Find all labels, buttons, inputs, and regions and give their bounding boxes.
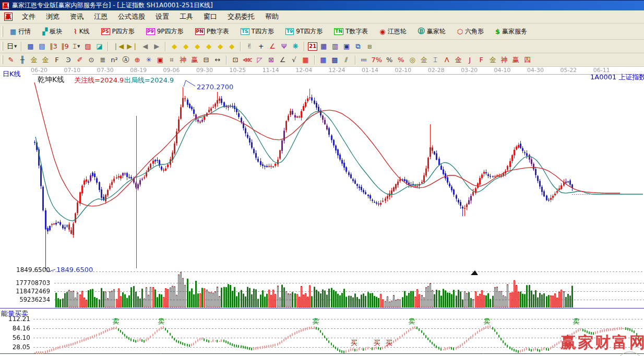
angle-measure-button[interactable]: ∠ (267, 41, 278, 52)
grid-red-button[interactable]: ▦ (301, 55, 311, 65)
menu-江恩[interactable]: 江恩 (89, 10, 113, 23)
width-arrows-button[interactable]: ↔ (212, 55, 223, 65)
self-info-icon[interactable]: ▤ (37, 41, 47, 52)
menu-帮助[interactable]: 帮助 (260, 10, 284, 23)
four-angle-button[interactable]: 四 (522, 55, 532, 65)
draw-pen-button[interactable]: ✎ (6, 55, 16, 65)
toolbar-grip (2, 55, 3, 65)
time-circle-button[interactable]: ⊙ (86, 55, 97, 65)
spiral-button[interactable]: Ͽ (63, 55, 74, 65)
wave-check-button[interactable]: √ (289, 55, 300, 65)
kline-button-label: K线 (79, 27, 90, 36)
diamond-compress-button[interactable]: ◆ (204, 41, 214, 52)
color-volume-icon[interactable]: ◪ (94, 41, 104, 52)
menu-设置[interactable]: 设置 (150, 10, 174, 23)
grid-lines-button[interactable]: ≣ (98, 55, 108, 65)
win-tool-button[interactable]: 赢 (189, 55, 200, 65)
period-day-button[interactable]: 日▼ (6, 41, 18, 52)
diag-lines-button[interactable]: ⫽ (341, 55, 352, 65)
draw-pen2-button[interactable]: ✐ (75, 55, 85, 65)
menu-交易委托[interactable]: 交易委托 (222, 10, 260, 23)
menu-工具[interactable]: 工具 (174, 10, 198, 23)
quote-button[interactable]: ▦行情 (6, 25, 35, 38)
ruler-button[interactable]: ⊟ (201, 55, 211, 65)
star-blue-button[interactable]: ✳ (144, 55, 154, 65)
winner-service-button[interactable]: $赢家服务 (491, 25, 531, 38)
diamond-shrink-x-button[interactable]: ◆ (169, 41, 180, 52)
sector-button[interactable]: ▞板块 (38, 25, 66, 38)
n-square-button[interactable]: n² (109, 55, 120, 65)
box-select-button[interactable]: ⊡ (230, 55, 241, 65)
link-button[interactable]: ⧉ (353, 41, 363, 52)
fibo-f-button[interactable]: F (52, 55, 62, 65)
diamond-star-button[interactable]: ◆ (215, 41, 225, 52)
nine-bars-icon[interactable]: ∥9 (59, 41, 70, 52)
angle-lines-button[interactable]: ∠ (278, 55, 288, 65)
target-button[interactable]: ⊕ (132, 55, 142, 65)
calendar-button[interactable]: 21 (308, 42, 317, 51)
angle-a-button[interactable]: Ⓐ (121, 55, 131, 65)
p-table-button[interactable]: PNP数字表 (191, 25, 233, 38)
box-cross-button[interactable]: ⊠ (266, 55, 277, 65)
menu-资讯[interactable]: 资讯 (65, 10, 89, 23)
gold-circle-button[interactable]: ◎ (407, 55, 418, 65)
boxed-star-button[interactable]: ▣ (155, 55, 165, 65)
shen-tool-button[interactable]: 神 (178, 55, 188, 65)
calculator-button[interactable]: ▦ (318, 41, 329, 52)
candle-style-button-dropdown-icon[interactable]: ▼ (77, 44, 80, 49)
period-day-button-dropdown-icon[interactable]: ▼ (14, 44, 17, 49)
j-angle-button[interactable]: J (464, 55, 475, 65)
first-page-button[interactable]: ❘◀ (112, 41, 125, 52)
menu-公式选股[interactable]: 公式选股 (113, 10, 150, 23)
cycle-tool-button[interactable]: ❋ (290, 41, 301, 52)
candle-style-button[interactable]: ⌶▼ (71, 41, 81, 52)
f-angle-button[interactable]: F (476, 55, 486, 65)
winner-wheel-button[interactable]: Ⓑ赢家轮 (414, 25, 450, 38)
t-table-button[interactable]: TNT数字表 (330, 25, 372, 38)
hexagon-button[interactable]: ⬡六角形 (453, 25, 488, 38)
gold-angle-button[interactable]: 金 (487, 55, 498, 65)
gann-wheel-button[interactable]: ◉江恩轮 (375, 25, 410, 38)
wave-a-button[interactable]: Λ (442, 55, 452, 65)
diamond-grid-button[interactable]: ◆ (226, 41, 237, 52)
p-square-button[interactable]: PSP四方形 (97, 25, 139, 38)
prev-button[interactable]: ◀ (140, 41, 150, 52)
9t-square-button[interactable]: T99T四方形 (281, 25, 327, 38)
9p-square-button[interactable]: P99P四方形 (142, 25, 188, 38)
fan-red-button[interactable]: ⋘ (242, 55, 254, 65)
menu-浏览[interactable]: 浏览 (41, 10, 65, 23)
gann-grid-button[interactable]: ⌗ (166, 55, 177, 65)
gold-line-button[interactable]: 金 (419, 55, 429, 65)
kline-button[interactable]: ⌇K线 (69, 25, 93, 38)
seven-pct-button[interactable]: 7% (371, 55, 384, 65)
shen-angle-button[interactable]: 神 (499, 55, 509, 65)
save-button[interactable]: ▣ (341, 41, 352, 52)
t-square-button[interactable]: TST四方形 (236, 25, 278, 38)
select-region-icon[interactable]: ▨ (82, 41, 93, 52)
grid-dark-button[interactable]: ▩ (330, 55, 340, 65)
gold-box-button[interactable]: 金 (453, 55, 463, 65)
percent-line-button[interactable]: % (396, 55, 406, 65)
last-page-button[interactable]: ▶❘ (126, 41, 139, 52)
purple-tool-button[interactable]: Ψ (279, 41, 289, 52)
candle-pen-button[interactable]: ⌶ (430, 55, 440, 65)
diamond-expand-all-button[interactable]: ◆ (192, 41, 202, 52)
menu-窗口[interactable]: 窗口 (198, 10, 222, 23)
grid-blue-button[interactable]: ▦ (318, 55, 329, 65)
menu-文件[interactable]: 文件 (17, 10, 41, 23)
percent-button[interactable]: % (384, 55, 395, 65)
gold-ratio-button[interactable]: 金 (29, 55, 39, 65)
net-grid-icon[interactable]: ▩ (25, 41, 35, 52)
hatch-lines-button[interactable]: ╫ (17, 55, 28, 65)
gold-ratio2-button[interactable]: 金 (40, 55, 51, 65)
notepad-button[interactable]: ▥ (330, 41, 340, 52)
three-bars-icon[interactable]: ∥3 (48, 41, 58, 52)
crosshair-button[interactable]: + (256, 41, 266, 52)
win-angle-button[interactable]: 赢 (510, 55, 521, 65)
levels-button[interactable]: ≔ (359, 55, 369, 65)
diamond-expand-x-button[interactable]: ◆ (181, 41, 191, 52)
print-button[interactable]: ⧈ (364, 41, 375, 52)
hand-tool-button[interactable]: ✌ (244, 41, 255, 52)
next-button[interactable]: ▶ (151, 41, 162, 52)
fan-box-button[interactable]: ◸ (255, 55, 265, 65)
